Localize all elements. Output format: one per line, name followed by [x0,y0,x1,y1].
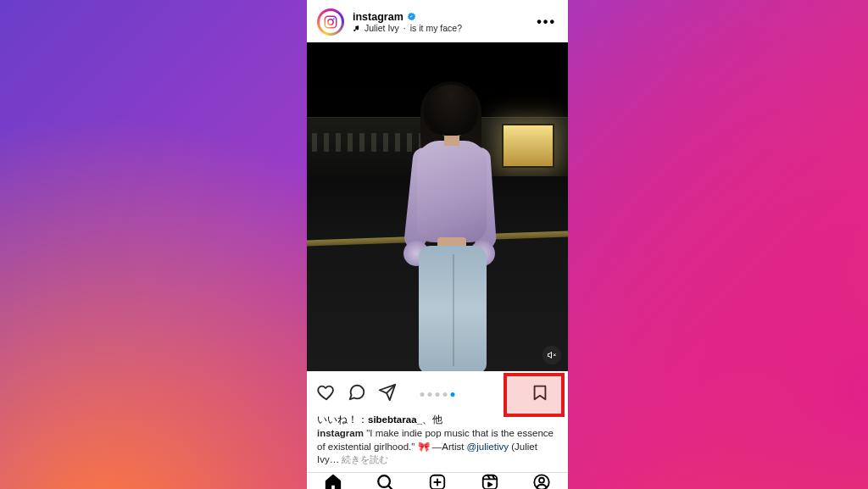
comment-icon [348,383,366,402]
svg-point-2 [333,18,335,19]
create-icon [428,473,447,489]
nav-reels[interactable] [481,473,499,489]
photo-station-light [502,124,554,168]
profile-icon [532,473,551,489]
post-header: instagram Juliet Ivy · is it my face? ••… [307,0,568,42]
post-media[interactable] [307,42,568,371]
nav-create[interactable] [428,473,447,489]
post-more-button[interactable]: ••• [535,14,558,30]
carousel-indicator [420,392,455,397]
audio-attribution[interactable]: Juliet Ivy · is it my face? [353,23,526,33]
svg-point-7 [539,477,544,482]
share-button[interactable] [378,383,397,405]
reels-icon [481,473,499,489]
caption-emoji: 🎀 [418,442,430,452]
comment-button[interactable] [348,383,366,405]
verified-badge-icon [407,12,416,21]
audio-track: is it my face? [410,23,462,33]
likes-suffix: 、他 [422,414,442,425]
caption-mention[interactable]: @julietivy [467,442,509,452]
post-header-text: instagram Juliet Ivy · is it my face? [353,11,526,33]
photo-subject [400,81,502,370]
audio-separator: · [403,23,406,33]
nav-search[interactable] [376,473,394,489]
likes-top-liker: sibebtaraa_ [368,414,422,425]
svg-point-1 [328,19,333,25]
music-note-icon [353,25,360,32]
audio-artist: Juliet Ivy [364,23,399,33]
like-button[interactable] [317,383,336,405]
bookmark-icon [531,383,549,402]
post-action-row [307,371,568,412]
save-button[interactable] [522,378,558,410]
search-icon [376,473,394,489]
instagram-logo-icon [320,11,342,33]
mute-icon [547,350,557,360]
nav-home[interactable] [324,473,342,489]
share-icon [378,383,397,402]
likes-summary[interactable]: いいね！：sibebtaraa_、他 [307,412,568,426]
mute-toggle[interactable] [542,346,561,364]
more-icon: ••• [537,14,556,29]
author-username[interactable]: instagram [353,11,403,23]
nav-profile[interactable] [532,473,551,489]
svg-rect-0 [325,16,337,28]
caption-read-more[interactable]: 続きを読む [342,454,388,464]
caption-artist-prefix: —Artist [430,442,467,452]
heart-icon [317,383,336,402]
instagram-post-view: instagram Juliet Ivy · is it my face? ••… [307,0,568,489]
author-avatar[interactable] [317,8,344,36]
home-icon [324,473,342,489]
likes-prefix: いいね！： [317,414,368,425]
svg-rect-5 [482,475,497,489]
bottom-nav [307,472,568,489]
caption-username[interactable]: instagram [317,428,364,438]
post-caption: instagram "I make indie pop music that i… [307,426,568,472]
